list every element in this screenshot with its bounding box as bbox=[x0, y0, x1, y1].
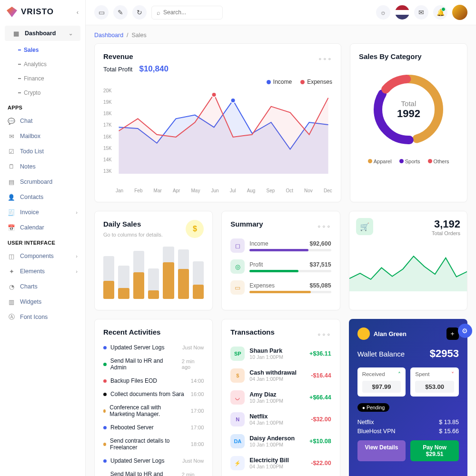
activity-item: Conference call with Marketing Manager.1… bbox=[103, 401, 204, 421]
transaction-row: $Cash withdrawal04 Jan 1:00PM-$16.44 bbox=[230, 365, 331, 387]
breadcrumb: Dashboard / Sales bbox=[94, 32, 467, 39]
transaction-row: DADaisy Anderson10 Jan 1:00PM+$10.08 bbox=[230, 430, 331, 452]
nav-charts[interactable]: ◔Charts bbox=[0, 279, 85, 294]
transaction-row: ⚡Electricity Bill04 Jan 1:00PM-$22.00 bbox=[230, 452, 331, 474]
more-icon[interactable]: ∘∘∘ bbox=[318, 55, 332, 62]
activity-item: Updated Server LogsJust Now bbox=[103, 341, 204, 354]
panel-donut: Sales By Category Total 1992 Apparel Spo… bbox=[350, 43, 467, 202]
brand-name: VRISTO bbox=[21, 7, 54, 17]
nav-todo-list[interactable]: ☑Todo List bbox=[0, 144, 85, 159]
nav-invoice[interactable]: 🧾Invoice› bbox=[0, 205, 85, 220]
nav-sub-finance[interactable]: Finance bbox=[0, 71, 85, 86]
orders-sparkline bbox=[349, 248, 467, 291]
donut-legend: Apparel Sports Others bbox=[368, 159, 449, 164]
nav-components[interactable]: ◫Components› bbox=[0, 248, 85, 264]
pay-now-button[interactable]: Pay Now $29.51 bbox=[410, 440, 459, 461]
donut-title: Sales By Category bbox=[359, 52, 458, 60]
profit-label: Total Profit bbox=[103, 66, 132, 73]
panel-revenue: Revenue ∘∘∘ Total Profit $10,840 Income … bbox=[94, 43, 341, 202]
activity-item: Send Mail to HR and Admin2 min ago bbox=[103, 354, 204, 374]
gear-icon[interactable]: ⚙ bbox=[458, 324, 472, 338]
user-avatar[interactable] bbox=[452, 5, 467, 20]
cart-icon: 🛒 bbox=[356, 218, 373, 235]
activity-item: Send Mail to HR and Admin2 min ago bbox=[103, 467, 204, 476]
chevron-down-icon: ⌄ bbox=[69, 30, 73, 37]
nav-notes[interactable]: 🗒Notes bbox=[0, 159, 85, 174]
refresh-icon[interactable]: ↻ bbox=[132, 5, 147, 20]
sidebar: VRISTO ‹ ▦Dashboard ⌄ SalesAnalyticsFina… bbox=[0, 0, 86, 476]
search-icon: ⌕ bbox=[157, 9, 160, 16]
wallet-avatar bbox=[357, 327, 370, 340]
revenue-legend: Income Expenses bbox=[103, 79, 332, 85]
revenue-chart bbox=[115, 88, 332, 174]
topbar: ▭ ✎ ↻ ⌕ ☼ ✉ 🔔 bbox=[86, 0, 476, 25]
nav-contacts[interactable]: 👤Contacts bbox=[0, 189, 85, 205]
more-icon[interactable]: ∘∘∘ bbox=[317, 330, 331, 338]
donut-chart: Total 1992 bbox=[368, 69, 449, 150]
nav-scrumboard[interactable]: ▤Scrumboard bbox=[0, 174, 85, 189]
nav-dashboard[interactable]: ▦Dashboard ⌄ bbox=[5, 26, 80, 41]
activity-item: Rebooted Server17:00 bbox=[103, 421, 204, 434]
profit-value: $10,840 bbox=[139, 64, 168, 74]
search-input[interactable]: ⌕ bbox=[151, 6, 223, 20]
section-apps: APPS bbox=[0, 100, 85, 113]
transaction-row: SPShaun Park10 Jan 1:00PM+$36.11 bbox=[230, 343, 331, 365]
mail-icon[interactable]: ✉ bbox=[414, 5, 428, 20]
panel-wallet: ⚙ Alan Green ＋ Wallet Balance $2953 Rece… bbox=[349, 319, 467, 476]
nav-mailbox[interactable]: ✉Mailbox bbox=[0, 129, 85, 144]
spent-box[interactable]: Spent˅ $53.00 bbox=[410, 367, 459, 397]
nav-calendar[interactable]: 📅Calendar bbox=[0, 220, 85, 235]
nav-chat[interactable]: 💬Chat bbox=[0, 113, 85, 129]
pending-badge: Pending bbox=[357, 403, 390, 412]
activity-item: Send contract details to Freelancer18:00 bbox=[103, 434, 204, 454]
panel-activities: Recent Activities Updated Server LogsJus… bbox=[94, 319, 213, 476]
logo[interactable]: VRISTO ‹ bbox=[0, 0, 85, 24]
transaction-row: ◡Amy Diaz10 Jan 1:00PM+$66.44 bbox=[230, 387, 331, 408]
panel-daily-sales: Daily Sales Go to columns for details. $ bbox=[94, 211, 213, 310]
nav-elements[interactable]: ✦Elements› bbox=[0, 264, 85, 279]
caret-up-icon: ˄ bbox=[398, 371, 401, 378]
view-details-button[interactable]: View Details bbox=[357, 440, 406, 461]
received-box[interactable]: Received˄ $97.99 bbox=[357, 367, 406, 397]
calendar-icon[interactable]: ▭ bbox=[94, 5, 109, 20]
nav-widgets[interactable]: ▥Widgets bbox=[0, 294, 85, 309]
panel-summary: Summary ∘∘∘ ◻Income$92,600◎Profit$37,515… bbox=[221, 211, 340, 310]
panel-transactions: Transactions ∘∘∘ SPShaun Park10 Jan 1:00… bbox=[221, 319, 340, 476]
daily-sales-chart bbox=[103, 247, 204, 299]
nav-font-icons[interactable]: ⒶFont Icons bbox=[0, 309, 85, 325]
bell-icon[interactable]: 🔔 bbox=[433, 5, 447, 20]
logo-icon bbox=[7, 7, 17, 17]
theme-icon[interactable]: ☼ bbox=[376, 5, 390, 20]
activity-item: Updated Server LogsJust Now bbox=[103, 454, 204, 467]
activity-item: Backup Files EOD14:00 bbox=[103, 374, 204, 387]
svg-point-0 bbox=[211, 92, 216, 97]
breadcrumb-current: Sales bbox=[132, 32, 147, 39]
dollar-icon: $ bbox=[186, 220, 204, 238]
home-icon: ▦ bbox=[12, 30, 20, 37]
svg-point-1 bbox=[230, 98, 235, 103]
activity-item: Collect documents from Sara16:00 bbox=[103, 387, 204, 401]
edit-icon[interactable]: ✎ bbox=[113, 5, 128, 20]
breadcrumb-root[interactable]: Dashboard bbox=[94, 32, 123, 39]
revenue-title: Revenue bbox=[103, 52, 133, 60]
nav-sub-sales[interactable]: Sales bbox=[0, 43, 85, 57]
plus-icon[interactable]: ＋ bbox=[446, 327, 459, 340]
section-ui: USER INTERFACE bbox=[0, 235, 85, 248]
more-icon[interactable]: ∘∘∘ bbox=[317, 222, 331, 230]
sidebar-collapse-icon[interactable]: ‹ bbox=[77, 9, 79, 16]
caret-down-icon: ˅ bbox=[451, 371, 454, 378]
wallet-user: Alan Green bbox=[374, 330, 407, 337]
panel-orders: 🛒 3,192 Total Orders bbox=[349, 211, 467, 310]
transaction-row: NNetflix04 Jan 1:00PM-$32.00 bbox=[230, 408, 331, 430]
nav-sub-crypto[interactable]: Crypto bbox=[0, 86, 85, 100]
flag-icon[interactable] bbox=[395, 5, 409, 20]
nav-sub-analytics[interactable]: Analytics bbox=[0, 57, 85, 71]
